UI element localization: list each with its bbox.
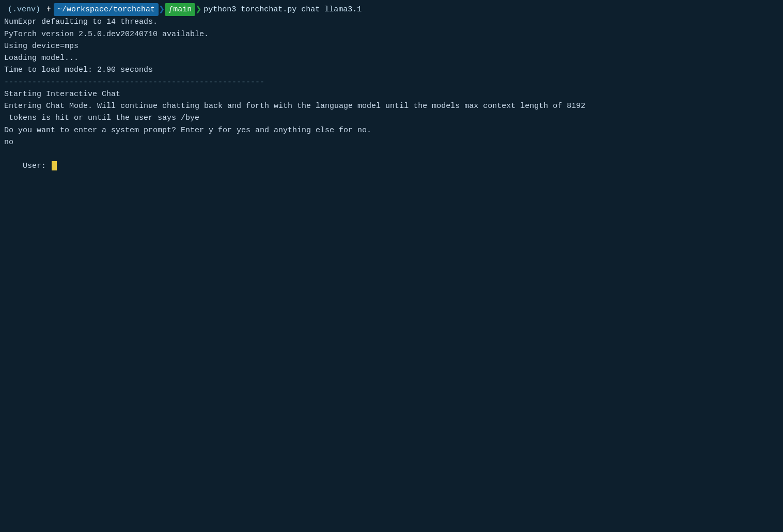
- output-line-4: Loading model...: [4, 52, 779, 64]
- output-line-9: tokens is hit or until the user says /by…: [4, 112, 779, 124]
- branch-badge: ƒ main: [165, 3, 195, 16]
- terminal-window: (.venv) ✝ ~/workspace/torchchat❯ ƒ main❯…: [0, 0, 783, 532]
- section-title-line: Starting Interactive Chat: [4, 88, 779, 100]
- directory-badge: ~/workspace/torchchat: [54, 3, 159, 16]
- branch-icon: ƒ: [168, 4, 173, 15]
- output-line-3: Using device=mps: [4, 40, 779, 52]
- terminal-prompt-line: (.venv) ✝ ~/workspace/torchchat❯ ƒ main❯…: [4, 3, 779, 16]
- output-line-8: Entering Chat Mode. Will continue chatti…: [4, 100, 779, 112]
- branch-arrow-icon: ❯: [195, 5, 201, 15]
- venv-badge: (.venv): [4, 3, 44, 16]
- separator-line: ----------------------------------------…: [4, 76, 779, 88]
- dir-arrow-icon: ❯: [159, 5, 165, 15]
- branch-name: main: [173, 4, 192, 15]
- output-line-2: PyTorch version 2.5.0.dev20240710 availa…: [4, 28, 779, 40]
- terminal-command: python3 torchchat.py chat llama3.1: [203, 4, 362, 15]
- output-line-11: no: [4, 136, 779, 148]
- user-prompt-line[interactable]: User:: [4, 148, 779, 184]
- terminal-cursor: [52, 161, 57, 170]
- output-line-1: NumExpr defaulting to 14 threads.: [4, 16, 779, 28]
- output-line-5: Time to load model: 2.90 seconds: [4, 64, 779, 76]
- cross-icon: ✝: [46, 4, 51, 15]
- output-line-10: Do you want to enter a system prompt? En…: [4, 124, 779, 136]
- user-prompt-label: User:: [23, 162, 51, 170]
